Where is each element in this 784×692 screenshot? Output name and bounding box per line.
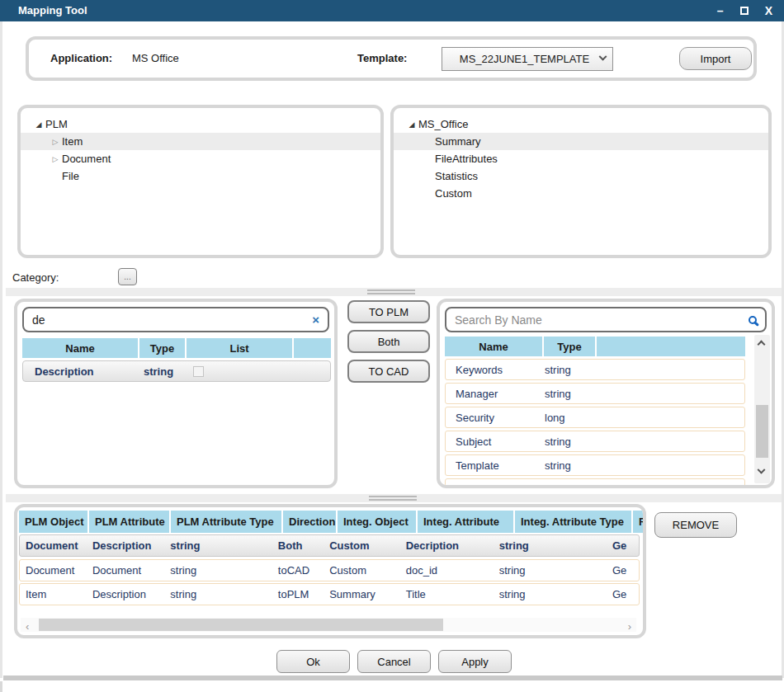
table-row[interactable]: Security long [445, 407, 745, 428]
tree-node-label: File [62, 170, 79, 182]
window-controls: – X [717, 0, 772, 21]
template-dropdown[interactable]: MS_22JUNE1_TEMPLATE [442, 47, 613, 71]
template-value: MS_22JUNE1_TEMPLATE [449, 53, 600, 65]
category-label: Category: [12, 271, 59, 284]
plm-attributes-panel: × Name Type List Description string [14, 299, 338, 488]
scroll-left-icon[interactable]: ‹ [26, 620, 29, 633]
chevron-down-icon [599, 53, 607, 61]
window-title: Mapping Tool [18, 4, 87, 16]
clear-search-icon[interactable]: × [312, 313, 319, 327]
column-header[interactable]: Integ. Attribute Type [515, 511, 631, 533]
cell: toPLM [272, 584, 324, 605]
cell: Title [400, 584, 494, 605]
office-attr-search [445, 307, 767, 332]
mapping-table-panel: PLM Object PLM Attribute PLM Attribute T… [14, 504, 646, 638]
to-cad-button[interactable]: TO CAD [347, 360, 430, 383]
office-attr-search-input[interactable] [455, 313, 749, 327]
attr-type-cell: string [545, 435, 571, 448]
cell: string [164, 584, 272, 605]
column-header[interactable]: PLM Attribute [89, 511, 169, 533]
tree-node-statistics[interactable]: Statistics [394, 167, 768, 185]
plm-attr-table-header: Name Type List [22, 338, 331, 358]
column-header[interactable]: Integ. Attribute [418, 511, 513, 533]
cell: string [494, 535, 607, 556]
attr-type-cell: string [545, 364, 571, 376]
attr-name-cell: Security [446, 412, 545, 424]
attr-name-cell: Manager [446, 388, 545, 400]
plm-attr-search: × [22, 307, 329, 332]
column-header-type[interactable]: Type [544, 337, 595, 356]
scroll-up-icon[interactable] [758, 341, 766, 349]
minimize-icon[interactable]: – [717, 5, 724, 16]
scroll-right-icon[interactable]: › [628, 620, 631, 633]
attr-type-cell: string [545, 483, 574, 489]
collapsed-arrow-icon[interactable]: ▷ [49, 138, 62, 146]
cell: Ge [607, 560, 639, 581]
import-button[interactable]: Import [679, 47, 752, 70]
table-row[interactable]: Manager string [445, 383, 745, 404]
remove-button[interactable]: REMOVE [654, 512, 737, 538]
both-button[interactable]: Both [347, 330, 430, 353]
cell: Description [87, 584, 164, 605]
maximize-icon[interactable] [740, 5, 749, 16]
table-row[interactable]: Keywords string [445, 359, 745, 380]
cancel-button[interactable]: Cancel [357, 650, 431, 673]
cell: doc_id [400, 560, 494, 581]
close-icon[interactable]: X [765, 5, 772, 16]
table-row[interactable]: Title string [445, 478, 745, 488]
horizontal-splitter[interactable] [6, 494, 782, 502]
horizontal-scrollbar[interactable]: ‹ › [21, 618, 636, 632]
attr-type-cell: string [144, 365, 193, 378]
scrollbar-thumb[interactable] [756, 405, 768, 458]
column-header[interactable]: Rul [633, 511, 646, 533]
plm-attr-search-input[interactable] [32, 313, 312, 327]
tree-node-label: MS_Office [418, 118, 468, 130]
vertical-scrollbar[interactable] [754, 335, 770, 483]
expanded-arrow-icon[interactable]: ◢ [405, 120, 418, 129]
table-row[interactable]: Subject string [445, 431, 745, 452]
category-browse-button[interactable]: ... [118, 268, 137, 285]
cell: Decription [400, 535, 494, 556]
to-plm-button[interactable]: TO PLM [347, 300, 430, 323]
tree-node-custom[interactable]: Custom [394, 185, 768, 202]
scroll-down-icon[interactable] [758, 466, 766, 474]
attr-name-cell: Description [23, 365, 144, 378]
tree-node-item[interactable]: ▷ Item [21, 133, 380, 150]
table-row[interactable]: Item Description string toPLM Summary Ti… [19, 583, 640, 605]
tree-node-document[interactable]: ▷ Document [21, 150, 380, 167]
cell: Both [272, 535, 324, 556]
horizontal-splitter[interactable] [6, 288, 782, 296]
column-header-list[interactable]: List [187, 338, 292, 358]
ok-button[interactable]: Ok [276, 650, 350, 673]
table-row[interactable]: Description string [22, 360, 331, 382]
search-icon[interactable] [749, 316, 757, 324]
resize-handle [0, 681, 2, 692]
table-row[interactable]: Document Document string toCAD Custom do… [19, 559, 640, 581]
plm-tree-panel: ◢ PLM ▷ Item ▷ Document File [17, 105, 384, 258]
tree-node-summary[interactable]: Summary [394, 133, 768, 150]
column-header[interactable]: PLM Object [19, 511, 87, 533]
mapping-table-header: PLM Object PLM Attribute PLM Attribute T… [19, 511, 646, 533]
column-header[interactable]: Direction [283, 511, 336, 533]
collapsed-arrow-icon[interactable]: ▷ [49, 155, 62, 163]
table-row[interactable]: Document Description string Both Custom … [19, 534, 640, 557]
office-attr-table-header: Name Type [445, 337, 745, 356]
column-header[interactable]: PLM Attribute Type [171, 511, 281, 533]
column-header-name[interactable]: Name [445, 337, 542, 356]
tree-node-file[interactable]: File [21, 167, 380, 185]
tree-node-fileattributes[interactable]: FileAttributes [394, 150, 768, 167]
list-checkbox[interactable] [193, 366, 204, 377]
attr-type-cell: string [545, 459, 571, 472]
attr-type-cell: long [545, 412, 565, 424]
tree-node-plm[interactable]: ◢ PLM [21, 115, 380, 133]
cell: string [164, 560, 272, 581]
column-header[interactable]: Integ. Object [338, 511, 416, 533]
column-header-type[interactable]: Type [139, 338, 185, 358]
tree-node-msoffice[interactable]: ◢ MS_Office [394, 115, 768, 133]
tree-node-label: Custom [435, 187, 472, 200]
scrollbar-thumb[interactable] [39, 619, 443, 631]
apply-button[interactable]: Apply [438, 650, 512, 673]
column-header-name[interactable]: Name [22, 338, 138, 358]
expanded-arrow-icon[interactable]: ◢ [32, 120, 45, 129]
table-row[interactable]: Template string [445, 454, 745, 476]
